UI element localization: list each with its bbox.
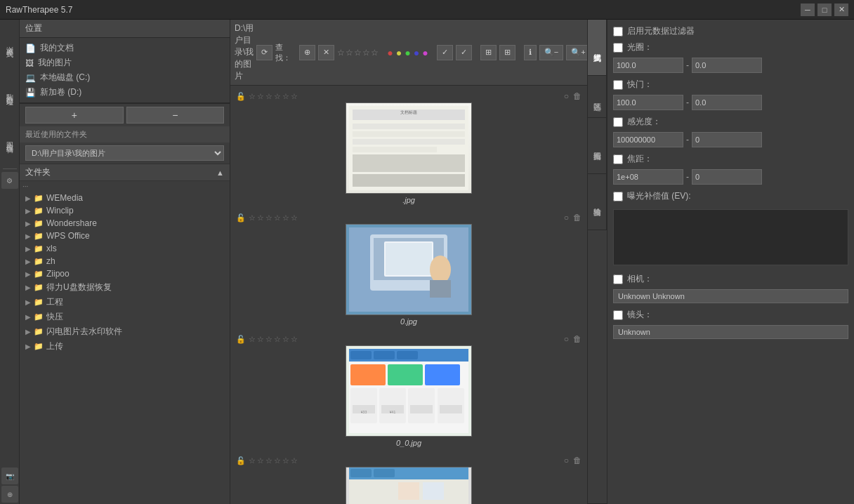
location-item-pictures[interactable]: 🖼 我的图片 xyxy=(20,55,230,70)
location-item-d[interactable]: 💾 新加卷 (D:) xyxy=(20,85,230,100)
iso-max-input[interactable] xyxy=(692,132,762,147)
folder-item-wemedia[interactable]: ▶ 📁 WEMedia xyxy=(20,192,230,204)
focal-max-input[interactable] xyxy=(692,169,762,185)
img-star[interactable]: ☆ xyxy=(265,335,272,344)
color-dot-purple[interactable]: ● xyxy=(422,47,428,58)
img-star[interactable]: ☆ xyxy=(265,92,272,101)
aperture-max-input[interactable] xyxy=(692,58,762,73)
img-star[interactable]: ☆ xyxy=(274,335,281,344)
folder-item-xls[interactable]: ▶ 📁 xls xyxy=(20,242,230,255)
lens-checkbox[interactable] xyxy=(613,310,623,320)
remove-folder-button[interactable]: − xyxy=(126,107,225,124)
focal-min-input[interactable] xyxy=(613,169,683,185)
star-2[interactable]: ☆ xyxy=(346,48,353,58)
folder-item-watermark[interactable]: ▶ 📁 闪电图片去水印软件 xyxy=(20,324,230,339)
img-star[interactable]: ☆ xyxy=(265,213,272,223)
minimize-button[interactable]: ─ xyxy=(801,4,815,16)
img-star[interactable]: ☆ xyxy=(249,213,256,223)
folder-item-winclip[interactable]: ▶ 📁 Winclip xyxy=(20,204,230,217)
grid-button[interactable]: ⊞ xyxy=(480,45,497,60)
location-item-documents[interactable]: 📄 我的文档 xyxy=(20,41,230,55)
img-star[interactable]: ☆ xyxy=(249,335,256,344)
img-star[interactable]: ☆ xyxy=(291,213,298,223)
star-4[interactable]: ☆ xyxy=(362,48,370,58)
delete-button[interactable]: ✕ xyxy=(318,45,334,60)
img-star[interactable]: ☆ xyxy=(257,335,264,344)
folder-sort-button[interactable]: ▲ xyxy=(216,168,224,177)
ev-checkbox[interactable] xyxy=(613,192,623,201)
refresh-button[interactable]: ⟳ xyxy=(256,45,272,60)
delete-icon[interactable]: 🗑 xyxy=(573,334,582,344)
folder-item-wps[interactable]: ▶ 📁 WPS Office xyxy=(20,230,230,242)
star-1[interactable]: ☆ xyxy=(337,48,345,58)
color-dot-green[interactable]: ● xyxy=(405,47,410,58)
folder-item-zh[interactable]: ▶ 📁 zh xyxy=(20,255,230,267)
radio-icon[interactable]: ○ xyxy=(564,456,569,465)
radio-icon[interactable]: ○ xyxy=(564,334,569,344)
img-star[interactable]: ☆ xyxy=(291,456,298,465)
focal-checkbox[interactable] xyxy=(613,154,623,164)
shutter-min-input[interactable] xyxy=(613,95,683,110)
close-button[interactable]: ✕ xyxy=(834,4,848,16)
tab-filter[interactable]: 区筛选 xyxy=(588,76,607,118)
tab-edit[interactable]: 编辑片图 xyxy=(588,118,607,174)
iso-checkbox[interactable] xyxy=(613,117,623,127)
img-star[interactable]: ☆ xyxy=(249,92,256,101)
maximize-button[interactable]: □ xyxy=(817,4,832,16)
tab-export[interactable]: 出输换转 xyxy=(588,174,607,230)
tab-browse-mode[interactable]: 浏览模式 xyxy=(588,20,607,76)
img-star[interactable]: ☆ xyxy=(257,456,264,465)
star-5[interactable]: ☆ xyxy=(371,48,379,58)
iso-min-input[interactable] xyxy=(613,132,683,147)
camera-checkbox[interactable] xyxy=(613,274,623,284)
image-thumbnail-2[interactable]: ¥33 ¥41 xyxy=(346,345,472,437)
delete-icon[interactable]: 🗑 xyxy=(573,213,582,223)
shutter-max-input[interactable] xyxy=(692,95,762,110)
sidebar-item-edit[interactable]: 图片编辑 xyxy=(1,118,18,160)
sidebar-item-queue[interactable]: 队列批处理 xyxy=(1,70,18,112)
add-image-button[interactable]: ⊕ xyxy=(299,45,315,60)
img-star[interactable]: ☆ xyxy=(282,456,289,465)
zoom-out-button[interactable]: 🔍− xyxy=(539,45,563,60)
radio-icon[interactable]: ○ xyxy=(564,91,569,101)
info-button[interactable]: ℹ xyxy=(524,45,537,60)
folder-item-ziipoo[interactable]: ▶ 📁 Ziipoo xyxy=(20,267,230,280)
img-star[interactable]: ☆ xyxy=(274,456,281,465)
aperture-checkbox[interactable] xyxy=(613,43,623,53)
zoom-in-button[interactable]: 🔍+ xyxy=(566,45,587,60)
img-star[interactable]: ☆ xyxy=(249,456,256,465)
check-button[interactable]: ✓ xyxy=(437,45,453,60)
img-star[interactable]: ☆ xyxy=(291,335,298,344)
sidebar-item-lens[interactable]: 📷 xyxy=(1,467,18,484)
metadata-filter-checkbox[interactable] xyxy=(613,27,623,37)
sidebar-item-settings[interactable]: ⚙ xyxy=(1,172,18,189)
folder-item-wondershare[interactable]: ▶ 📁 Wondershare xyxy=(20,217,230,230)
color-dot-blue[interactable]: ● xyxy=(414,47,419,58)
image-thumbnail-1[interactable] xyxy=(346,224,472,315)
folder-item-zip[interactable]: ▶ 📁 快压 xyxy=(20,310,230,324)
aperture-min-input[interactable] xyxy=(613,58,683,73)
img-star[interactable]: ☆ xyxy=(265,456,272,465)
add-folder-button[interactable]: + xyxy=(25,107,124,124)
delete-icon[interactable]: 🗑 xyxy=(573,456,582,465)
img-star[interactable]: ☆ xyxy=(257,92,264,101)
folder-item-project[interactable]: ▶ 📁 工程 xyxy=(20,295,230,310)
grid2-button[interactable]: ⊞ xyxy=(499,45,515,60)
img-star[interactable]: ☆ xyxy=(282,213,289,223)
img-star[interactable]: ☆ xyxy=(274,92,281,101)
location-item-c[interactable]: 💻 本地磁盘 (C:) xyxy=(20,70,230,85)
recent-folder-select[interactable]: D:\用户目录\我的图片 xyxy=(25,145,224,161)
image-thumbnail-0[interactable]: 文档标题 xyxy=(346,102,472,194)
radio-icon[interactable]: ○ xyxy=(564,213,569,223)
color-dot-red[interactable]: ● xyxy=(387,47,393,58)
folder-item-recovery[interactable]: ▶ 📁 得力U盘数据恢复 xyxy=(20,280,230,295)
sidebar-item-browser[interactable]: 浏览模式 xyxy=(1,22,18,65)
folder-item[interactable]: ··· xyxy=(20,181,230,192)
star-3[interactable]: ☆ xyxy=(354,48,362,58)
ev-textarea[interactable] xyxy=(613,209,848,265)
img-star[interactable]: ☆ xyxy=(274,213,281,223)
img-star[interactable]: ☆ xyxy=(282,335,289,344)
img-star[interactable]: ☆ xyxy=(282,92,289,101)
image-thumbnail-3[interactable] xyxy=(346,467,472,504)
check2-button[interactable]: ✓ xyxy=(456,45,472,60)
